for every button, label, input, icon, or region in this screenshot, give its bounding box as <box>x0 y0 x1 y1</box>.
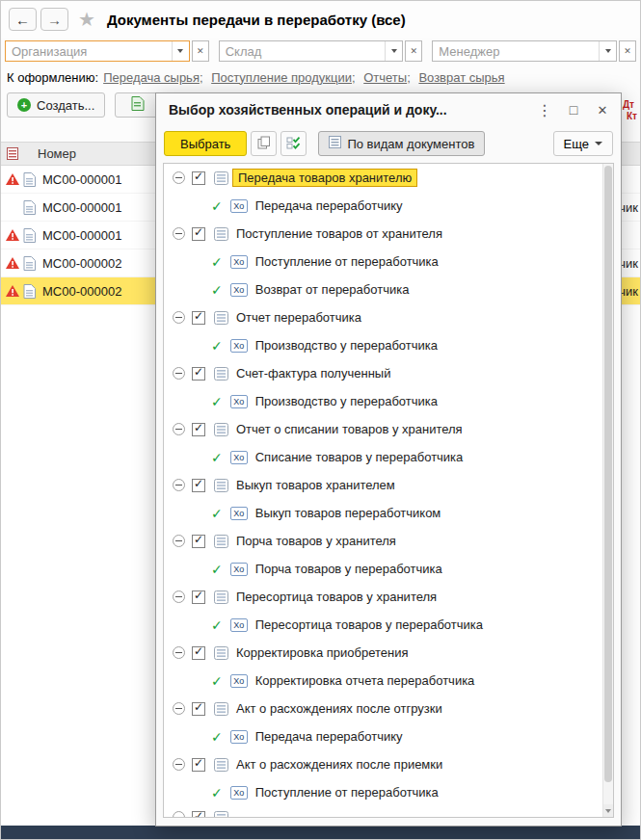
chevron-down-icon[interactable] <box>599 41 616 61</box>
more-button[interactable]: Еще <box>553 131 613 156</box>
collapse-icon[interactable] <box>173 479 185 491</box>
tree-row[interactable]: Хо Списание товаров у переработчика <box>164 443 602 471</box>
tree-row-label: Отчет переработчика <box>236 310 361 325</box>
operation-badge-icon: Хо <box>230 507 248 520</box>
copy-button[interactable] <box>251 131 277 156</box>
group-by-doc-type-toggle[interactable]: По видам документов <box>318 131 485 156</box>
operations-tree: Хо Передача товаров хранителю Хо Передач… <box>163 163 614 818</box>
green-check-icon <box>211 394 223 409</box>
tree-row[interactable]: Хо Корректировка приобретения <box>164 639 602 667</box>
green-check-icon <box>211 729 223 745</box>
tree-row-label: Выкуп товаров переработчиком <box>255 506 441 520</box>
tree-row[interactable]: Хо Производство у переработчика <box>164 387 602 415</box>
tree-row[interactable]: Хо Порча товаров у хранителя <box>164 527 602 555</box>
group-toggle-label: По видам документов <box>347 137 474 151</box>
back-button[interactable] <box>9 8 37 31</box>
favorite-star-icon[interactable] <box>78 10 95 29</box>
collapse-icon[interactable] <box>173 702 185 715</box>
close-icon[interactable] <box>592 99 613 120</box>
checkbox-checked[interactable] <box>192 479 205 492</box>
maximize-icon[interactable] <box>563 99 584 120</box>
check-all-button[interactable] <box>280 131 307 156</box>
tree-row[interactable]: Хо Выкуп товаров переработчиком <box>164 499 602 527</box>
bottom-bar <box>1 826 640 839</box>
clear-icon[interactable] <box>192 40 209 62</box>
checkbox-checked[interactable] <box>192 311 205 325</box>
create-by-copy-button[interactable] <box>115 92 161 118</box>
select-button[interactable]: Выбрать <box>164 131 247 156</box>
scroll-down-icon[interactable] <box>603 804 613 817</box>
filter-input[interactable] <box>6 41 172 61</box>
tree-row[interactable]: Хо Передача переработчику <box>164 192 602 220</box>
tree-row[interactable]: Хо Порча товаров у переработчика <box>164 555 602 583</box>
action-link[interactable]: Отчеты <box>363 70 407 85</box>
operation-badge-icon: Хо <box>230 339 248 353</box>
action-link[interactable]: Возврат сырья <box>418 70 504 85</box>
collapse-icon[interactable] <box>173 367 185 380</box>
create-button[interactable]: Создать... <box>7 92 105 118</box>
tree-row-label: Порча товаров у хранителя <box>236 534 396 548</box>
collapse-icon[interactable] <box>173 646 185 659</box>
tree-row[interactable]: Хо Корректировка отчета переработчика <box>164 667 602 695</box>
checkbox-checked[interactable] <box>192 811 205 817</box>
checkbox-checked[interactable] <box>192 646 205 660</box>
checkbox-checked[interactable] <box>192 702 205 716</box>
tree-row[interactable]: Хо Возврат от переработчика <box>164 276 602 303</box>
chevron-down-icon[interactable] <box>385 41 402 61</box>
collapse-icon[interactable] <box>173 227 185 240</box>
tree-row[interactable]: Хо Выкуп товаров хранителем <box>164 471 602 499</box>
document-number: МС00-000002 <box>42 256 121 271</box>
tree-row[interactable]: Хо Передача товаров хранителю <box>164 164 602 192</box>
tree-row[interactable]: Хо Акт о расхождениях после приемки <box>164 750 602 778</box>
chevron-down-icon[interactable] <box>172 41 189 61</box>
chevron-down-icon <box>595 142 602 145</box>
document-icon <box>23 200 36 215</box>
tree-row[interactable]: Хо <box>164 806 602 817</box>
action-link[interactable]: Передача сырья <box>103 70 200 85</box>
tree-row[interactable]: Хо Пересортица товаров у переработчика <box>164 611 602 639</box>
collapse-icon[interactable] <box>173 171 185 184</box>
tree-row[interactable]: Хо Пересортица товаров у хранителя <box>164 583 602 611</box>
checkbox-checked[interactable] <box>192 535 205 548</box>
checkbox-checked[interactable] <box>192 758 205 772</box>
link-item: Отчеты; <box>363 70 415 85</box>
tree-row[interactable]: Хо Передача переработчику <box>164 722 602 750</box>
checkbox-checked[interactable] <box>192 423 205 436</box>
checkbox-checked[interactable] <box>192 591 205 604</box>
collapse-icon[interactable] <box>173 311 185 324</box>
checkbox-checked[interactable] <box>192 171 205 185</box>
collapse-icon[interactable] <box>173 423 185 435</box>
action-link[interactable]: Поступление продукции <box>211 70 352 85</box>
tree-row-label: Передача товаров хранителю <box>232 169 417 187</box>
debit-credit-button[interactable]: Дт Кт <box>623 99 637 122</box>
collapse-icon[interactable] <box>173 811 185 817</box>
scrollbar-track[interactable] <box>602 164 613 817</box>
filter-input[interactable] <box>433 41 599 61</box>
tree-row[interactable]: Хо Отчет о списании товаров у хранителя <box>164 415 602 443</box>
dialog-menu-icon[interactable] <box>534 99 555 120</box>
tree-row[interactable]: Хо Производство у переработчика <box>164 331 602 359</box>
collapse-icon[interactable] <box>173 535 185 547</box>
filter-bar <box>1 38 640 65</box>
clear-icon[interactable] <box>619 40 636 62</box>
checkbox-checked[interactable] <box>192 367 205 381</box>
create-button-label: Создать... <box>37 98 94 113</box>
collapse-icon[interactable] <box>173 758 185 771</box>
row-text-fragment: чик <box>619 277 638 304</box>
document-kind-icon <box>214 311 228 325</box>
tree-row[interactable]: Хо Счет-фактура полученный <box>164 359 602 387</box>
tree-row[interactable]: Хо Отчет переработчика <box>164 303 602 331</box>
collapse-icon[interactable] <box>173 591 185 603</box>
tree-row[interactable]: Хо Поступление товаров от хранителя <box>164 220 602 248</box>
scrollbar-thumb[interactable] <box>604 166 612 782</box>
tree-row[interactable]: Хо Акт о расхождениях после отгрузки <box>164 695 602 722</box>
forward-button[interactable] <box>40 8 68 31</box>
tree-row[interactable]: Хо Поступление от переработчика <box>164 778 602 806</box>
tree-row[interactable]: Хо Поступление от переработчика <box>164 248 602 276</box>
clear-icon[interactable] <box>405 40 422 62</box>
tree-row-label: Поступление от переработчика <box>255 254 439 269</box>
warning-icon <box>5 256 20 270</box>
filter-input[interactable] <box>220 41 386 61</box>
checkbox-checked[interactable] <box>192 227 205 241</box>
document-kind-icon <box>214 702 228 716</box>
